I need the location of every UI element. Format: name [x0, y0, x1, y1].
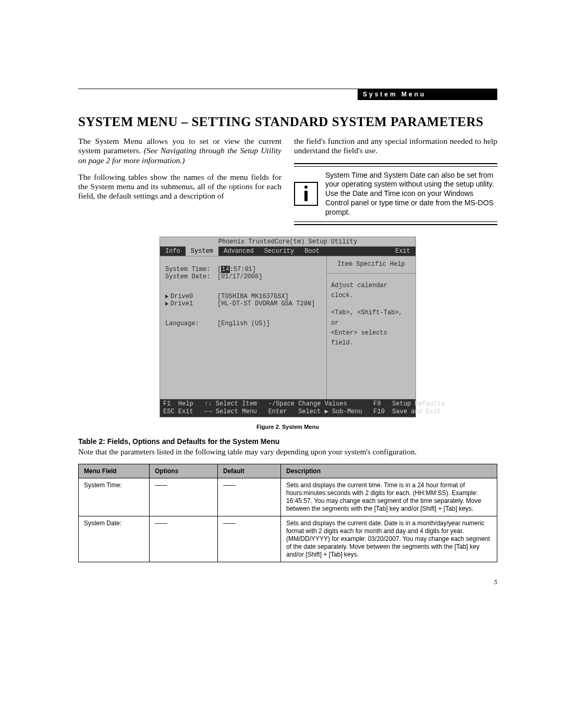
th-options: Options — [150, 464, 218, 478]
table-title: Table 2: Fields, Options and Defaults fo… — [78, 437, 497, 446]
bios-tab-advanced[interactable]: Advanced — [218, 246, 259, 256]
bios-footer-l2: ESC Exit ←→ Select Menu Enter Select ▶ S… — [163, 408, 441, 415]
bios-tab-system[interactable]: System — [186, 246, 218, 256]
intro-col-left: The System Menu allows you to set or vie… — [78, 137, 282, 227]
info-rule-top-1 — [294, 163, 497, 164]
bios-row-time[interactable]: System Time: [14:57:01] — [165, 266, 322, 273]
bios-lang-label: Language: — [165, 320, 217, 327]
bios-help: Item Specific Help Adjust calendar clock… — [327, 256, 415, 399]
table-row: System Time: —— —— Sets and displays the… — [79, 478, 497, 516]
bios-title: Phoenix TrustedCore(tm) Setup Utility — [160, 237, 415, 246]
bios-help-l3: <Enter> selects field. — [331, 328, 411, 348]
table-note: Note that the parameters listed in the f… — [78, 448, 497, 456]
bios-screenshot: Phoenix TrustedCore(tm) Setup Utility In… — [160, 237, 416, 417]
bios-footer-l1: F1 Help ↑↓ Select Item -/Space Change Va… — [163, 400, 445, 408]
bios-row-language[interactable]: Language: [English (US)] — [165, 320, 322, 327]
bios-row-drive1[interactable]: Drive1 [HL-DT-ST DVDRAM GSA T20N] — [165, 300, 322, 307]
section-header-label: System Menu — [358, 89, 497, 100]
info-rule-bot-1 — [294, 221, 497, 222]
bios-time-value[interactable]: [14:57:01] — [217, 266, 256, 273]
intro-p1: The System Menu allows you to set or vie… — [78, 137, 282, 165]
bios-help-body: Adjust calendar clock. <Tab>, <Shift-Tab… — [327, 274, 415, 355]
bios-body: System Time: [14:57:01] System Date: [01… — [160, 256, 415, 399]
td-options: —— — [150, 516, 218, 562]
triangle-icon — [165, 294, 168, 299]
fields-table: Menu Field Options Default Description S… — [78, 464, 497, 562]
intro-p2: The following tables show the names of t… — [78, 172, 282, 201]
bios-date-value[interactable]: [01/17/2008] — [217, 273, 262, 280]
td-options: —— — [150, 478, 218, 516]
bios-tab-security[interactable]: Security — [259, 246, 300, 256]
bios-tab-boot[interactable]: Boot — [299, 246, 325, 256]
bios-drive0-label: Drive0 — [170, 293, 193, 300]
bios-help-l1: Adjust calendar clock. — [331, 281, 411, 301]
bios-help-l2: <Tab>, <Shift-Tab>, or — [331, 308, 411, 328]
bios-tabs: Info System Advanced Security Boot Exit — [160, 246, 415, 256]
info-rule-top-2 — [294, 166, 497, 167]
info-panel: System Time and System Date can also be … — [294, 163, 497, 226]
info-row: System Time and System Date can also be … — [294, 168, 497, 221]
bios-help-title: Item Specific Help — [327, 256, 415, 274]
td-description: Sets and displays the current time. Time… — [281, 478, 497, 516]
td-default: —— — [218, 478, 281, 516]
bios-drive1-value: [HL-DT-ST DVDRAM GSA T20N] — [217, 300, 315, 307]
page-title: SYSTEM MENU – SETTING STANDARD SYSTEM PA… — [78, 115, 497, 129]
td-description: Sets and displays the current date. Date… — [281, 516, 497, 562]
triangle-icon — [165, 302, 168, 306]
table-header-row: Menu Field Options Default Description — [79, 464, 497, 478]
bios-time-rest: :57:01] — [230, 266, 256, 273]
intro-columns: The System Menu allows you to set or vie… — [78, 137, 497, 227]
info-icon — [294, 182, 318, 206]
bios-time-cursor: 14 — [221, 266, 229, 273]
bios-drive1-label: Drive1 — [170, 300, 193, 307]
bios-lang-value[interactable]: [English (US)] — [217, 320, 270, 327]
bios-footer: F1 Help ↑↓ Select Item -/Space Change Va… — [160, 399, 415, 417]
bios-row-drive0[interactable]: Drive0 [TOSHIBA MK1637GSX] — [165, 293, 322, 300]
bios-tab-info[interactable]: Info — [160, 246, 186, 256]
figure-caption: Figure 2. System Menu — [78, 424, 497, 430]
td-default: —— — [218, 516, 281, 562]
bios-row-date[interactable]: System Date: [01/17/2008] — [165, 273, 322, 280]
th-description: Description — [281, 464, 497, 478]
intro-p3: the field's function and any special inf… — [294, 137, 497, 156]
manual-page: System Menu SYSTEM MENU – SETTING STANDA… — [0, 0, 563, 728]
bios-main: System Time: [14:57:01] System Date: [01… — [160, 256, 327, 399]
bios-drive0-value: [TOSHIBA MK1637GSX] — [217, 293, 289, 300]
info-rule-bot-2 — [294, 224, 497, 225]
intro-col-right: the field's function and any special inf… — [294, 137, 497, 227]
th-menu-field: Menu Field — [79, 464, 150, 478]
td-field: System Date: — [79, 516, 150, 562]
bios-tab-exit[interactable]: Exit — [390, 246, 415, 256]
info-text: System Time and System Date can also be … — [325, 171, 497, 218]
bios-time-label: System Time: — [165, 266, 217, 273]
td-field: System Time: — [79, 478, 150, 516]
bios-date-label: System Date: — [165, 273, 217, 280]
th-default: Default — [218, 464, 281, 478]
table-row: System Date: —— —— Sets and displays the… — [79, 516, 497, 562]
page-number: 5 — [494, 578, 498, 586]
